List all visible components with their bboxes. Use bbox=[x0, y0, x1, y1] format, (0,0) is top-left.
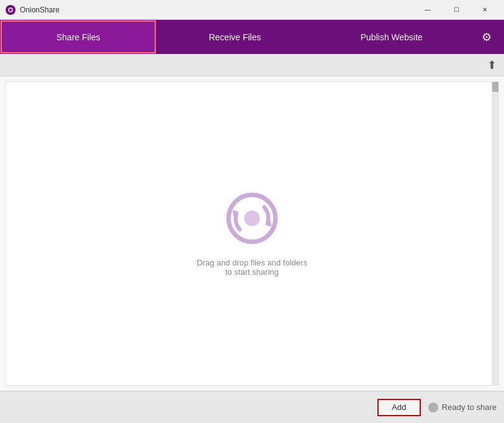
bottom-bar: Add Ready to share bbox=[0, 391, 504, 423]
settings-button[interactable]: ⚙ bbox=[470, 20, 504, 54]
file-drop-area[interactable]: Drag and drop files and folders to start… bbox=[5, 81, 499, 386]
scrollbar[interactable] bbox=[492, 81, 499, 386]
app-icon bbox=[5, 4, 16, 16]
status-text: Ready to share bbox=[442, 403, 497, 412]
title-bar-left: OnionShare bbox=[5, 4, 60, 16]
status-indicator: Ready to share bbox=[428, 403, 497, 412]
svg-point-6 bbox=[244, 210, 259, 226]
svg-point-2 bbox=[9, 9, 12, 11]
title-bar-controls: — ☐ ✕ bbox=[413, 0, 499, 20]
upload-icon[interactable]: ⬆ bbox=[487, 58, 497, 72]
minimize-button[interactable]: — bbox=[413, 0, 442, 20]
tab-share-files-label: Share Files bbox=[56, 32, 101, 42]
drop-text-line2: to start sharing bbox=[225, 267, 279, 277]
add-button[interactable]: Add bbox=[377, 399, 421, 416]
close-button[interactable]: ✕ bbox=[470, 0, 499, 20]
tab-receive-files-label: Receive Files bbox=[209, 32, 261, 42]
drop-icon bbox=[224, 190, 280, 246]
settings-icon: ⚙ bbox=[482, 30, 492, 44]
tab-publish-website-label: Publish Website bbox=[361, 32, 423, 42]
drop-icon-container bbox=[224, 190, 280, 248]
title-bar: OnionShare — ☐ ✕ bbox=[0, 0, 504, 20]
nav-bar: Share Files Receive Files Publish Websit… bbox=[0, 20, 504, 54]
toolbar: ⬆ bbox=[0, 54, 504, 76]
main-content: Drag and drop files and folders to start… bbox=[0, 76, 504, 391]
drop-text-line1: Drag and drop files and folders bbox=[197, 258, 307, 267]
app-name: OnionShare bbox=[20, 6, 60, 14]
tab-share-files[interactable]: Share Files bbox=[0, 20, 156, 54]
scrollbar-thumb[interactable] bbox=[492, 82, 498, 92]
status-dot bbox=[428, 403, 438, 412]
maximize-button[interactable]: ☐ bbox=[442, 0, 470, 20]
tab-receive-files[interactable]: Receive Files bbox=[156, 20, 313, 54]
tab-publish-website[interactable]: Publish Website bbox=[313, 20, 470, 54]
